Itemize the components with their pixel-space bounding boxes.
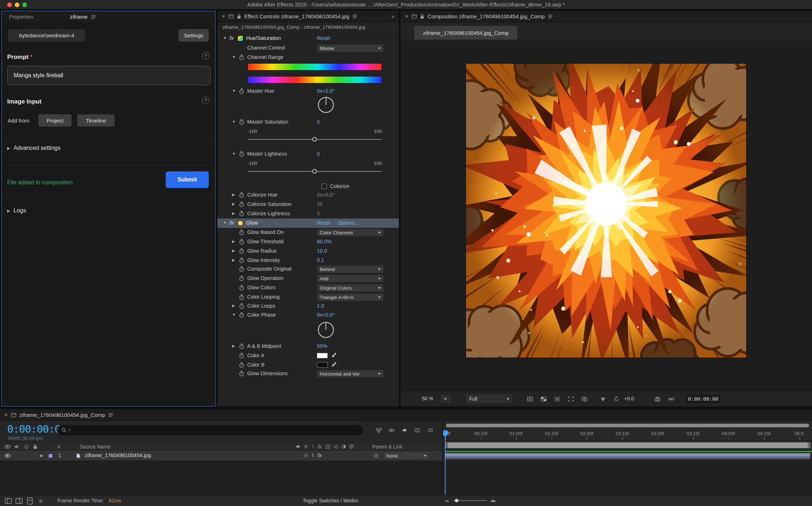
composition-tab-title[interactable]: Composition ziframe_1760496100454.jpg_Co… <box>428 13 545 19</box>
twirl-right-icon[interactable]: ▶ <box>232 193 237 197</box>
composition-mini-flowchart-icon[interactable] <box>374 426 384 434</box>
twirl-right-icon[interactable]: ▶ <box>232 239 237 243</box>
more-panels-icon[interactable]: » <box>391 13 395 20</box>
twirl-right-icon[interactable]: ▶ <box>232 249 237 253</box>
fx-badge-icon[interactable]: fx <box>230 220 234 226</box>
color-looping-dropdown[interactable]: Triangle A>B>A <box>317 293 384 301</box>
stopwatch-icon[interactable] <box>239 353 244 360</box>
search-input[interactable] <box>73 427 359 433</box>
twirl-right-icon[interactable]: ▶ <box>232 258 237 262</box>
settings-button[interactable]: Settings <box>179 29 209 42</box>
glow-operation-dropdown[interactable]: Add <box>317 275 384 282</box>
add-from-timeline-button[interactable]: Timeline <box>77 114 115 126</box>
view-layout-icon[interactable] <box>579 395 590 403</box>
stopwatch-icon[interactable] <box>239 202 244 209</box>
frame-blending-icon[interactable] <box>412 426 423 434</box>
stopwatch-icon[interactable] <box>239 230 244 237</box>
close-panel-icon[interactable]: × <box>4 412 8 418</box>
property-value[interactable]: 0 <box>317 119 320 125</box>
advanced-settings-toggle[interactable]: ▶ Advanced settings <box>7 145 60 151</box>
exposure-value[interactable]: +0.0 <box>624 396 634 401</box>
twirl-down-icon[interactable]: ▼ <box>232 120 237 124</box>
viewer-tab[interactable]: ziframe_1760496100454.jpg_Comp <box>414 26 517 40</box>
layer-switches-pane-button[interactable] <box>4 497 13 505</box>
magnification-value[interactable]: 50 % <box>422 396 433 401</box>
tab-properties[interactable]: Properties <box>9 14 33 20</box>
show-channel-icon[interactable] <box>598 395 608 403</box>
colorize-checkbox[interactable] <box>322 184 327 189</box>
choose-grid-and-guides-icon[interactable] <box>525 395 535 403</box>
property-value[interactable]: 0 <box>317 151 320 157</box>
twirl-right-icon[interactable]: ▶ <box>232 211 237 215</box>
property-value[interactable]: 0x+2.0° <box>317 88 335 94</box>
slider-thumb[interactable] <box>312 137 317 142</box>
close-panel-icon[interactable]: × <box>222 13 225 19</box>
lightness-slider[interactable] <box>248 171 382 172</box>
submit-button[interactable]: Submit <box>166 171 209 188</box>
saturation-slider[interactable] <box>248 139 382 140</box>
channel-range-spectrum-top[interactable] <box>248 63 382 70</box>
stopwatch-icon[interactable] <box>239 239 244 246</box>
stopwatch-icon[interactable] <box>239 285 244 292</box>
region-of-interest-icon[interactable] <box>566 395 576 403</box>
panel-menu-icon[interactable] <box>352 14 357 19</box>
macos-minimize-button[interactable] <box>15 3 19 7</box>
stopwatch-icon[interactable] <box>239 371 244 378</box>
color-a-swatch[interactable] <box>317 353 328 358</box>
stopwatch-icon[interactable] <box>239 276 244 283</box>
resolution-dropdown[interactable]: Full <box>466 394 513 404</box>
stopwatch-icon[interactable] <box>239 119 244 126</box>
stopwatch-icon[interactable] <box>239 312 244 319</box>
zoom-out-mountain-icon[interactable] <box>445 499 449 502</box>
stopwatch-icon[interactable] <box>239 362 244 369</box>
layer-twirl-icon[interactable]: ▶ <box>40 454 43 457</box>
master-hue-dial[interactable] <box>317 96 335 114</box>
timeline-tab-title[interactable]: ziframe_1760496100454.jpg_Comp <box>19 412 105 418</box>
close-panel-icon[interactable]: × <box>405 13 409 19</box>
slider-thumb[interactable] <box>312 169 317 174</box>
prompt-help-icon[interactable]: ? <box>202 52 209 60</box>
eyedropper-icon[interactable] <box>332 353 337 359</box>
add-from-project-button[interactable]: Project <box>38 114 71 126</box>
eyedropper-icon[interactable] <box>332 362 337 368</box>
color-b-swatch[interactable] <box>317 362 328 368</box>
layer-eye-icon[interactable] <box>4 454 11 458</box>
stopwatch-icon[interactable] <box>239 151 244 158</box>
stopwatch-icon[interactable] <box>239 258 244 265</box>
property-value[interactable]: 0.1 <box>317 257 324 263</box>
stopwatch-icon[interactable] <box>239 248 244 256</box>
glow-header-row[interactable]: ▼ fx Glow Reset Options... <box>217 218 399 228</box>
take-snapshot-icon[interactable] <box>652 395 663 403</box>
color-phase-dial[interactable] <box>317 321 335 339</box>
composition-image[interactable] <box>466 64 746 358</box>
twirl-down-icon[interactable]: ▼ <box>232 152 237 156</box>
layer-name[interactable]: ziframe_1760496100454.jpg <box>85 452 151 458</box>
in-out-duration-pane-button[interactable] <box>25 497 34 505</box>
hide-shy-layers-icon[interactable] <box>400 426 410 434</box>
toggle-switches-modes-button[interactable]: Toggle Switches / Modes <box>303 498 359 503</box>
layer-quality-switch[interactable]: \ <box>312 452 314 458</box>
hue-saturation-header-row[interactable]: ▼ fx Hue/Saturation Reset <box>217 34 399 43</box>
tab-ziframe[interactable]: ziframe <box>70 14 87 20</box>
panel-menu-icon[interactable] <box>91 15 96 19</box>
stopwatch-icon[interactable] <box>239 211 244 218</box>
work-area-bar[interactable] <box>445 442 811 448</box>
layer-label-swatch[interactable] <box>48 454 53 458</box>
transfer-controls-pane-button[interactable] <box>14 497 24 505</box>
timeline-search-box[interactable] <box>57 425 363 435</box>
layer-duration-bar[interactable] <box>445 453 811 459</box>
stopwatch-icon[interactable] <box>239 294 244 302</box>
effect-controls-tab-title[interactable]: Effect Controls ziframe_1760496100454.jp… <box>244 13 349 19</box>
layer-effect-switch[interactable]: fx <box>318 452 322 458</box>
reset-effect-link[interactable]: Reset <box>317 220 330 226</box>
macos-zoom-button[interactable] <box>22 3 27 7</box>
time-navigator[interactable] <box>446 424 809 427</box>
parent-link-dropdown[interactable]: None <box>383 452 430 460</box>
effect-options-link[interactable]: Options... <box>337 220 359 226</box>
lock-icon[interactable] <box>420 14 424 19</box>
magnification-dropdown[interactable] <box>441 395 450 403</box>
draft-3d-icon[interactable] <box>387 426 397 434</box>
reset-exposure-icon[interactable] <box>611 395 622 403</box>
twirl-down-icon[interactable]: ▼ <box>232 313 237 317</box>
property-value[interactable]: 60.0% <box>317 239 332 244</box>
